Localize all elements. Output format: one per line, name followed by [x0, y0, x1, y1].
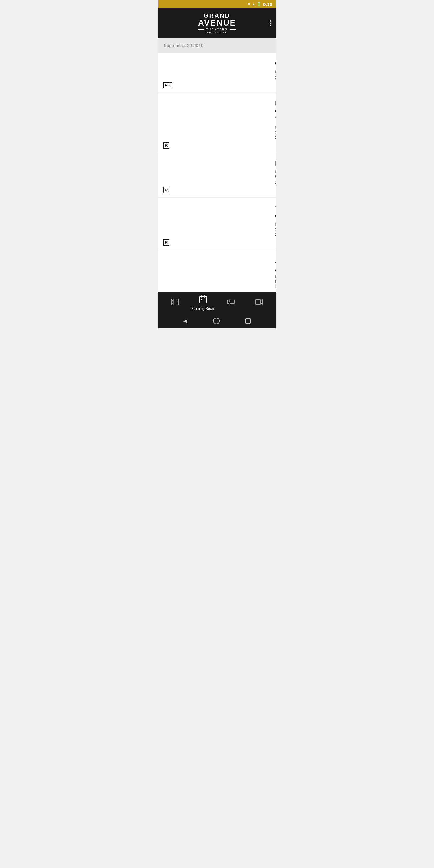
- movie-released-hustlers: Released 9/12/19: [275, 169, 276, 179]
- bottom-nav: Coming Soon: [158, 292, 276, 314]
- movie-released-it: Released 9/5/19: [275, 125, 276, 134]
- movie-item-goldfinch[interactable]: The Goldfinch Released 9/12/19 2hr 29min…: [158, 198, 276, 250]
- ticket-icon: [227, 298, 235, 308]
- movie-info-goldfinch: The Goldfinch Released 9/12/19 2hr 29min: [275, 203, 276, 237]
- app-header: GRAND AVENUE THEATERS BELTON, TX: [158, 8, 276, 38]
- nav-trailer[interactable]: [245, 296, 273, 310]
- date-label: September 20 2019: [164, 43, 204, 48]
- svg-rect-7: [199, 296, 207, 303]
- video-icon: [255, 298, 263, 308]
- home-button[interactable]: [213, 318, 220, 324]
- movie-duration-hustlers: 1hr 49min: [275, 180, 276, 184]
- calendar-icon: [199, 295, 207, 305]
- svg-rect-4: [178, 303, 179, 304]
- movie-released-adastra: Released 9/19/19: [275, 274, 276, 284]
- nav-tickets[interactable]: [217, 296, 245, 310]
- date-bar: September 20 2019: [158, 38, 276, 53]
- status-bar: ▼ ▲ 🔋 9:16: [158, 0, 276, 8]
- svg-point-15: [229, 303, 230, 304]
- movie-released-overcomer: Released 8/22/19: [275, 69, 276, 74]
- movie-list: Overcomer Released 8/22/19 1hr 59min PG …: [158, 53, 276, 292]
- movie-title-adastra: Ad Astra: [275, 257, 276, 273]
- rating-badge-it: R: [163, 142, 169, 149]
- logo-theaters-line: THEATERS: [198, 28, 236, 31]
- movie-duration-overcomer: 1hr 59min: [275, 75, 276, 80]
- movie-title-it: It Chapter Two: [275, 99, 276, 123]
- movie-info-overcomer: Overcomer Released 8/22/19 1hr 59min: [275, 59, 276, 80]
- svg-rect-3: [178, 300, 179, 301]
- movie-row-overcomer: Overcomer Released 8/22/19 1hr 59min: [163, 59, 271, 80]
- wifi-icon: ▼: [247, 2, 251, 6]
- movie-item-it-chapter-two[interactable]: It Chapter Two Released 9/5/19 2hr 49min…: [158, 93, 276, 153]
- movie-info-it: It Chapter Two Released 9/5/19 2hr 49min: [275, 98, 276, 140]
- status-time: 9:16: [263, 2, 272, 7]
- logo-avenue: AVENUE: [198, 19, 236, 27]
- movie-duration-it: 2hr 49min: [275, 135, 276, 140]
- recents-button[interactable]: [245, 318, 251, 324]
- battery-icon: 🔋: [257, 2, 261, 6]
- system-nav-bar: ◀: [158, 314, 276, 328]
- movie-title-goldfinch: The Goldfinch: [275, 204, 276, 220]
- movie-item-overcomer[interactable]: Overcomer Released 8/22/19 1hr 59min PG: [158, 53, 276, 93]
- back-button[interactable]: ◀: [183, 318, 187, 324]
- movie-item-ad-astra[interactable]: Ad Astra Released 9/19/19 2hr 2min: [158, 250, 276, 292]
- svg-rect-1: [172, 300, 173, 301]
- signal-icon: ▲: [252, 2, 255, 6]
- nav-now-playing[interactable]: [161, 296, 189, 310]
- movie-duration-goldfinch: 2hr 29min: [275, 232, 276, 237]
- nav-coming-soon-label: Coming Soon: [192, 307, 214, 311]
- movie-info-adastra: Ad Astra Released 9/19/19 2hr 2min: [275, 255, 276, 289]
- movie-title-overcomer: Overcomer: [275, 60, 276, 67]
- svg-rect-11: [201, 299, 202, 301]
- status-icons: ▼ ▲ 🔋: [247, 2, 261, 6]
- movie-row-it: It Chapter Two Released 9/5/19 2hr 49min: [163, 98, 271, 140]
- logo-theaters: THEATERS: [206, 28, 227, 31]
- movie-title-hustlers: Hustlers: [275, 160, 276, 167]
- movie-released-goldfinch: Released 9/12/19: [275, 222, 276, 231]
- svg-rect-2: [172, 303, 173, 304]
- svg-rect-0: [172, 299, 179, 305]
- movie-row-hustlers: Hustlers Released 9/12/19 1hr 49min: [163, 158, 271, 184]
- logo-grand: GRAND: [198, 13, 236, 19]
- header-logo: GRAND AVENUE THEATERS BELTON, TX: [198, 13, 236, 34]
- svg-point-14: [229, 300, 230, 301]
- rating-badge-hustlers: R: [163, 187, 169, 193]
- movie-item-hustlers[interactable]: Hustlers Released 9/12/19 1hr 49min R: [158, 153, 276, 198]
- nav-coming-soon[interactable]: Coming Soon: [189, 293, 217, 313]
- rating-badge-goldfinch: R: [163, 239, 169, 246]
- film-strip-icon: [171, 298, 179, 308]
- svg-marker-17: [261, 300, 262, 304]
- menu-dot-3: [270, 25, 271, 26]
- svg-rect-16: [255, 300, 261, 304]
- svg-rect-12: [227, 300, 235, 304]
- movie-info-hustlers: Hustlers Released 9/12/19 1hr 49min: [275, 158, 276, 184]
- menu-dot-1: [270, 21, 271, 22]
- menu-dot-2: [270, 23, 271, 24]
- movie-duration-adastra: 2hr 2min: [275, 284, 276, 289]
- movie-row-goldfinch: The Goldfinch Released 9/12/19 2hr 29min: [163, 203, 271, 237]
- movie-row-adastra: Ad Astra Released 9/19/19 2hr 2min: [163, 255, 271, 289]
- rating-badge-overcomer: PG: [163, 82, 173, 88]
- logo-location: BELTON, TX: [198, 31, 236, 34]
- menu-button[interactable]: [270, 21, 271, 26]
